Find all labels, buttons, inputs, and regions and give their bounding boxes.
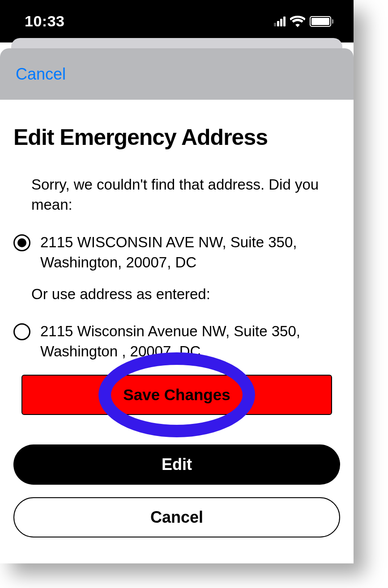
modal-sheet: Cancel Edit Emergency Address Sorry, we … xyxy=(0,48,354,563)
battery-icon xyxy=(310,16,333,27)
save-changes-button[interactable]: Save Changes xyxy=(21,375,332,415)
cellular-signal-icon xyxy=(274,17,286,26)
entered-address-option[interactable]: 2115 Wisconsin Avenue NW, Suite 350, Was… xyxy=(13,321,340,361)
status-icons xyxy=(274,16,333,27)
save-button-label: Save Changes xyxy=(123,386,230,404)
suggested-address-label: 2115 WISCONSIN AVE NW, Suite 350, Washin… xyxy=(40,233,340,272)
edit-button-label: Edit xyxy=(162,455,192,474)
page-title: Edit Emergency Address xyxy=(13,124,340,150)
radio-unselected-icon xyxy=(13,323,30,340)
divider-text: Or use address as entered: xyxy=(31,286,340,303)
bottom-button-group: Edit Cancel xyxy=(13,444,340,550)
radio-selected-icon xyxy=(13,234,30,251)
wifi-icon xyxy=(290,16,305,27)
entered-address-label: 2115 Wisconsin Avenue NW, Suite 350, Was… xyxy=(40,321,340,361)
save-button-container: Save Changes xyxy=(21,375,332,415)
status-bar: 10:33 xyxy=(0,0,354,42)
cancel-button-label: Cancel xyxy=(150,508,203,527)
device-frame: 10:33 Cancel xyxy=(0,0,354,563)
modal-cancel-link[interactable]: Cancel xyxy=(16,65,66,84)
status-time: 10:33 xyxy=(25,13,64,30)
modal-header: Cancel xyxy=(0,48,354,100)
suggested-address-option[interactable]: 2115 WISCONSIN AVE NW, Suite 350, Washin… xyxy=(13,233,340,272)
edit-button[interactable]: Edit xyxy=(13,444,340,485)
cancel-button[interactable]: Cancel xyxy=(13,497,340,537)
prompt-text: Sorry, we couldn't find that address. Di… xyxy=(31,175,340,215)
content-area: Edit Emergency Address Sorry, we couldn'… xyxy=(0,100,354,415)
